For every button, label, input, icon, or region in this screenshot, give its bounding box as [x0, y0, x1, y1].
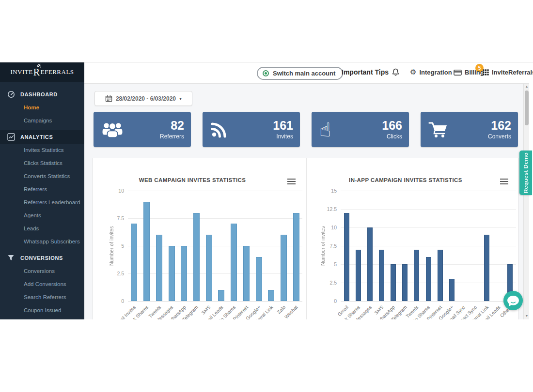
y-tick-label: 0	[317, 298, 337, 304]
chat-widget-button[interactable]	[503, 290, 523, 311]
date-range-value: 28/02/2020 - 6/03/2020	[116, 95, 176, 102]
billing-menu[interactable]: Billing	[454, 69, 484, 76]
bar	[367, 227, 373, 301]
stat-label: Referrers	[160, 133, 184, 140]
sidebar-section-dashboard[interactable]: DASHBOARD	[0, 88, 84, 101]
sidebar-item-coupon-issued[interactable]: Coupon Issued	[0, 304, 84, 317]
stat-label: Invites	[273, 133, 293, 140]
sidebar-item-clicks-statistics[interactable]: Clicks Statistics	[0, 157, 84, 170]
rss-icon	[210, 121, 235, 138]
bar	[193, 213, 200, 301]
cart-icon	[428, 121, 453, 138]
logo: INVITEREFERRALS	[0, 62, 84, 82]
stat-card-invites[interactable]: 161Invites	[203, 112, 300, 147]
bar	[438, 250, 443, 301]
stat-value: 162	[488, 119, 511, 133]
sidebar-item-referrers[interactable]: Referrers	[0, 183, 84, 196]
bar	[156, 235, 162, 301]
bar	[243, 246, 250, 301]
sidebar-section-label: DASHBOARD	[20, 91, 58, 97]
sidebar-item-campaigns[interactable]: Campaigns	[0, 114, 84, 127]
sidebar: INVITEREFERRALS DASHBOARDHomeCampaignsAN…	[0, 62, 84, 319]
sidebar-item-home[interactable]: Home	[0, 101, 84, 114]
y-tick-label: 15	[317, 188, 337, 194]
stat-text: 161Invites	[273, 119, 293, 140]
sidebar-section-label: CONVERSIONS	[20, 255, 63, 261]
sidebar-item-add-conversions[interactable]: Add Conversions	[0, 278, 84, 291]
scroll-down-arrow[interactable]: ▼	[524, 313, 530, 319]
credit-card-icon	[454, 69, 462, 76]
date-range-picker[interactable]: 28/02/2020 - 6/03/2020 ▾	[94, 91, 192, 106]
sidebar-section-analytics[interactable]: ANALYTICS	[0, 130, 84, 144]
switch-main-account-button[interactable]: Switch main account	[257, 67, 343, 80]
bar	[181, 246, 187, 301]
sidebar-item-invites-statistics[interactable]: Invites Statistics	[0, 144, 84, 157]
sidebar-item-converts-statistics[interactable]: Converts Statistics	[0, 170, 84, 183]
grid-icon	[483, 69, 489, 75]
stat-card-clicks[interactable]: ☝166Clicks	[312, 112, 409, 147]
important-tips[interactable]: Important Tips 5	[342, 68, 400, 76]
bar	[231, 224, 237, 301]
gauge-icon	[7, 90, 15, 98]
y-tick-label: 12.5	[317, 206, 337, 212]
scrollbar[interactable]: ▲ ▼	[523, 84, 529, 319]
sidebar-item-referrers-leaderboard[interactable]: Referrers Leaderboard	[0, 196, 84, 209]
scrollbar-thumb[interactable]	[525, 90, 529, 125]
inapp-campaign-chart: IN-APP CAMPAIGN INVITES STATISTICS Numbe…	[307, 158, 519, 319]
bar	[206, 235, 212, 301]
line-chart-icon	[7, 133, 15, 141]
hand-pointer-icon: ☝	[319, 120, 344, 139]
chart-menu-icon[interactable]	[287, 179, 296, 185]
sidebar-item-whatsapp-subscribers[interactable]: Whatsapp Subscribers	[0, 235, 84, 248]
bar	[344, 213, 349, 301]
bar	[414, 250, 419, 301]
stat-text: 162Converts	[488, 119, 511, 140]
gridline	[128, 191, 302, 191]
important-tips-label: Important Tips	[342, 68, 389, 76]
content-area: 28/02/2020 - 6/03/2020 ▾ 82Referrers161I…	[84, 84, 529, 319]
signal-waves-icon	[36, 63, 43, 68]
x-axis-label: Wechat	[283, 304, 299, 319]
scroll-up-arrow[interactable]: ▲	[524, 84, 530, 90]
y-tick-label: 7.5	[317, 243, 337, 249]
request-demo-tab[interactable]: Request Demo	[519, 151, 532, 195]
bar	[293, 213, 299, 301]
stat-label: Converts	[488, 133, 511, 140]
chart-menu-icon[interactable]	[500, 179, 508, 185]
gridline	[128, 273, 302, 274]
sidebar-item-search-referrers[interactable]: Search Referrers	[0, 291, 84, 304]
stats-row: 82Referrers161Invites☝166Clicks162Conver…	[94, 112, 518, 147]
people-icon	[101, 121, 125, 139]
y-tick-label: 7.5	[105, 215, 124, 221]
sidebar-item-agents[interactable]: Agents	[0, 209, 84, 222]
sidebar-section-conversions[interactable]: CONVERSIONS	[0, 251, 84, 265]
sidebar-item-conversions[interactable]: Conversions	[0, 265, 84, 278]
gridline	[341, 209, 516, 210]
request-demo-label: Request Demo	[523, 152, 529, 193]
stat-value: 161	[273, 119, 293, 133]
stat-card-referrers[interactable]: 82Referrers	[94, 112, 191, 147]
y-tick-label: 10	[105, 188, 124, 194]
chevron-down-icon: ▾	[179, 96, 182, 101]
funnel-icon	[7, 254, 15, 262]
web-campaign-chart: WEB CAMPAIGN INVITES STATISTICS Number o…	[93, 158, 306, 319]
y-tick-label: 0	[105, 298, 124, 304]
bar	[281, 235, 287, 301]
y-tick-label: 2.5	[105, 271, 124, 276]
plot-area: 02.557.510Email InvitesFacebook SharesTw…	[128, 191, 302, 301]
sidebar-item-leads[interactable]: Leads	[0, 222, 84, 235]
brand-menu[interactable]: InviteReferrals	[483, 69, 533, 76]
plot-area: 02.557.51012.515GmailFacebook SharesMess…	[341, 191, 516, 301]
integration-menu[interactable]: ⚙ Integration	[410, 69, 452, 76]
gridline	[341, 301, 516, 302]
stat-card-converts[interactable]: 162Converts	[421, 112, 518, 147]
bar	[356, 250, 361, 301]
billing-label: Billing	[465, 69, 484, 76]
bar	[143, 202, 150, 301]
logo-text-referrals: EFERRALS	[41, 68, 74, 76]
bar	[449, 279, 455, 301]
y-tick-label: 10	[317, 225, 337, 230]
y-tick-label: 5	[105, 243, 124, 249]
bar	[391, 264, 396, 301]
y-tick-label: 5	[317, 261, 337, 267]
